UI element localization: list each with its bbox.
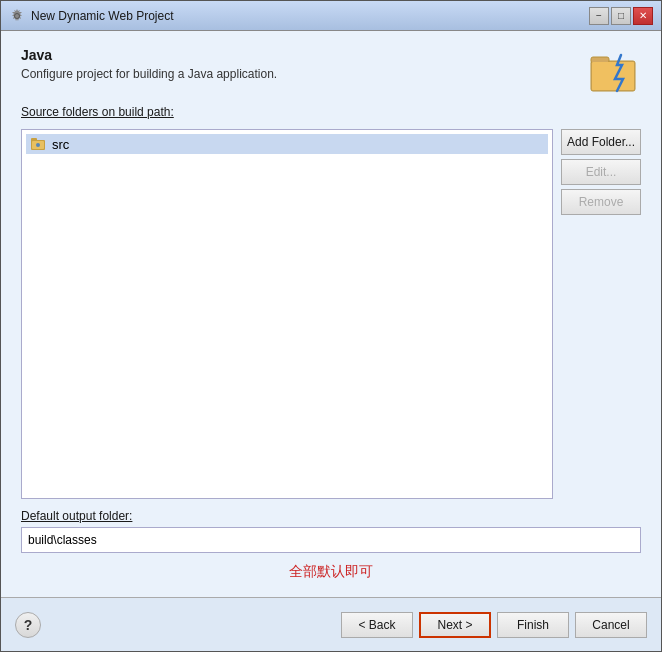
maximize-button[interactable]: □ bbox=[611, 7, 631, 25]
add-folder-button[interactable]: Add Folder... bbox=[561, 129, 641, 155]
src-item-label: src bbox=[52, 137, 69, 152]
src-folder-icon bbox=[30, 136, 46, 152]
title-bar-controls: − □ ✕ bbox=[589, 7, 653, 25]
main-window: New Dynamic Web Project − □ ✕ Java Confi… bbox=[0, 0, 662, 652]
header-section: Java Configure project for building a Ja… bbox=[21, 47, 641, 95]
cancel-button[interactable]: Cancel bbox=[575, 612, 647, 638]
svg-point-9 bbox=[36, 143, 40, 147]
minimize-button[interactable]: − bbox=[589, 7, 609, 25]
title-bar-left: New Dynamic Web Project bbox=[9, 8, 174, 24]
next-button[interactable]: Next > bbox=[419, 612, 491, 638]
window-title: New Dynamic Web Project bbox=[31, 9, 174, 23]
window-icon bbox=[9, 8, 25, 24]
header-text: Java Configure project for building a Ja… bbox=[21, 47, 589, 81]
source-area: src Add Folder... Edit... Remove bbox=[21, 129, 641, 499]
source-section-label: Source folders on build path: bbox=[21, 105, 641, 119]
remove-button[interactable]: Remove bbox=[561, 189, 641, 215]
list-item[interactable]: src bbox=[26, 134, 548, 154]
java-folder-icon bbox=[589, 47, 641, 95]
title-bar: New Dynamic Web Project − □ ✕ bbox=[1, 1, 661, 31]
source-buttons: Add Folder... Edit... Remove bbox=[561, 129, 641, 499]
back-button[interactable]: < Back bbox=[341, 612, 413, 638]
close-button[interactable]: ✕ bbox=[633, 7, 653, 25]
finish-button[interactable]: Finish bbox=[497, 612, 569, 638]
output-folder-label: Default output folder: bbox=[21, 509, 641, 523]
header-title: Java bbox=[21, 47, 589, 63]
bottom-left: ? bbox=[15, 612, 41, 638]
svg-rect-5 bbox=[592, 62, 634, 90]
source-list[interactable]: src bbox=[21, 129, 553, 499]
help-button[interactable]: ? bbox=[15, 612, 41, 638]
output-section: Default output folder: bbox=[21, 509, 641, 553]
hint-text: 全部默认即可 bbox=[21, 563, 641, 581]
bottom-buttons: < Back Next > Finish Cancel bbox=[341, 612, 647, 638]
header-subtitle: Configure project for building a Java ap… bbox=[21, 67, 589, 81]
bottom-bar: ? < Back Next > Finish Cancel bbox=[1, 597, 661, 651]
output-folder-input[interactable] bbox=[21, 527, 641, 553]
edit-button[interactable]: Edit... bbox=[561, 159, 641, 185]
main-content: Java Configure project for building a Ja… bbox=[1, 31, 661, 597]
